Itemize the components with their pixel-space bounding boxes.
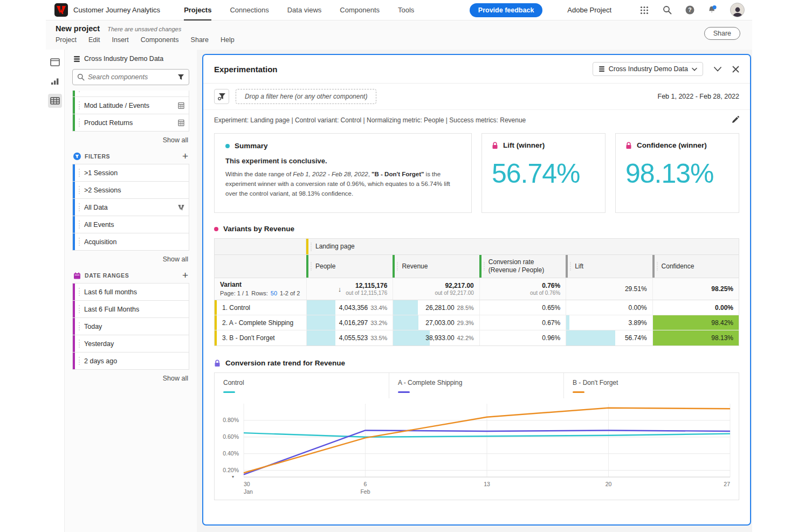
project-menu-item[interactable]: Project bbox=[56, 36, 77, 44]
drag-handle[interactable] bbox=[79, 119, 80, 127]
table-row[interactable]: 2. A - Complete Shipping 4,016,29733.2% … bbox=[215, 315, 739, 330]
dimension-header-row: Landing page bbox=[215, 239, 739, 255]
panel-dataset-selector[interactable]: Cross Industry Demo Data bbox=[593, 62, 703, 76]
column-color-bar bbox=[479, 255, 481, 278]
visualizations-rail-icon[interactable] bbox=[48, 74, 62, 88]
table-row[interactable]: 3. B - Don't Forget 4,055,52333.5% 38,93… bbox=[215, 330, 739, 346]
legend-item[interactable]: A - Complete Shipping bbox=[389, 373, 564, 398]
drag-handle[interactable] bbox=[79, 288, 80, 296]
lift-value: 56.74% bbox=[492, 158, 595, 189]
dataset-header[interactable]: Cross Industry Demo Data bbox=[72, 55, 189, 63]
top-nav-item[interactable]: Projects bbox=[184, 0, 211, 20]
top-nav-item[interactable]: Tools bbox=[398, 0, 414, 20]
drag-handle[interactable] bbox=[79, 186, 80, 194]
filter-funnel-icon[interactable] bbox=[177, 74, 184, 80]
drag-handle[interactable] bbox=[79, 322, 80, 330]
daterange-item[interactable]: 2 days ago bbox=[72, 352, 189, 370]
column-header-cell[interactable]: Lift bbox=[566, 255, 652, 278]
filter-item[interactable]: >2 Sessions bbox=[72, 181, 189, 199]
confidence-value: 98.13% bbox=[625, 158, 729, 189]
panel-date-range[interactable]: Feb 1, 2022 - Feb 28, 2022 bbox=[658, 93, 740, 100]
people-cell: 4,043,35633.4% bbox=[306, 300, 393, 315]
lift-cell: 56.74% bbox=[566, 330, 652, 346]
drag-handle[interactable] bbox=[79, 169, 80, 177]
daterange-item[interactable]: Yesterday bbox=[72, 335, 189, 353]
filter-color-bar bbox=[73, 233, 75, 250]
components-rail-icon[interactable] bbox=[48, 94, 62, 108]
edit-pencil-icon[interactable] bbox=[731, 116, 739, 124]
rows-per-page-link[interactable]: 50 bbox=[271, 290, 277, 296]
search-icon[interactable] bbox=[662, 5, 672, 15]
column-header-cell[interactable]: Conversion rate (Revenue / People) bbox=[479, 255, 566, 278]
project-menu-item[interactable]: Insert bbox=[112, 36, 128, 44]
components-show-all-link[interactable]: Show all bbox=[72, 132, 189, 145]
legend-swatch bbox=[573, 391, 584, 393]
column-header-cell[interactable]: Revenue bbox=[393, 255, 479, 278]
table-row[interactable]: 1. Control 4,043,35633.4% 26,281.0028.5% bbox=[215, 300, 739, 315]
filter-drop-zone[interactable]: Drop a filter here (or any other compone… bbox=[236, 89, 376, 104]
filters-show-all-link[interactable]: Show all bbox=[72, 251, 189, 264]
project-menu-item[interactable]: Help bbox=[221, 36, 235, 44]
daterange-item[interactable]: Today bbox=[72, 317, 189, 335]
drag-handle[interactable] bbox=[79, 305, 80, 313]
drag-handle[interactable] bbox=[79, 203, 80, 211]
filter-item[interactable]: Acquisition bbox=[72, 233, 189, 251]
help-icon[interactable]: ? bbox=[685, 5, 694, 15]
drag-handle[interactable] bbox=[79, 357, 80, 365]
search-components-input[interactable] bbox=[88, 73, 174, 81]
drag-handle[interactable] bbox=[79, 101, 80, 109]
metric-color-bar bbox=[73, 97, 75, 114]
daterange-item[interactable]: Last 6 Full Months bbox=[72, 300, 189, 318]
chevron-down-icon bbox=[692, 67, 697, 71]
drag-handle[interactable] bbox=[79, 220, 80, 229]
close-panel-icon[interactable] bbox=[732, 66, 739, 73]
dimension-color-bar bbox=[306, 239, 308, 254]
component-item[interactable]: Mod Latitude / Events bbox=[72, 96, 189, 114]
drag-handle[interactable] bbox=[79, 91, 80, 92]
svg-text:▾: ▾ bbox=[232, 474, 234, 479]
top-nav-item[interactable]: Connections bbox=[230, 0, 269, 20]
column-header-cell[interactable]: People bbox=[306, 255, 393, 278]
experiment-meta-text: Experiment: Landing page | Control varia… bbox=[214, 116, 526, 124]
filters-list: >1 Session >2 Sessions All Data bbox=[72, 164, 189, 251]
sort-descending-icon[interactable]: ↓ bbox=[338, 285, 342, 293]
share-button[interactable]: Share bbox=[704, 27, 740, 40]
provide-feedback-button[interactable]: Provide feedback bbox=[470, 3, 543, 17]
legend-item[interactable]: B - Don't Forget bbox=[564, 373, 739, 398]
filter-item[interactable]: All Events bbox=[72, 216, 189, 233]
revenue-total-cell: 92,217.00out of 92,217.00 bbox=[393, 278, 479, 300]
daterange-item[interactable]: Last 6 full months bbox=[72, 283, 189, 301]
drag-handle[interactable] bbox=[79, 238, 80, 246]
filter-item[interactable]: >1 Session bbox=[72, 164, 189, 182]
notifications-bell-icon[interactable] bbox=[707, 5, 717, 15]
add-daterange-button[interactable]: + bbox=[182, 272, 188, 279]
dateranges-section-header: DATE RANGES + bbox=[72, 272, 189, 284]
top-nav-items: Projects Connections Data views Componen… bbox=[184, 0, 414, 20]
user-avatar[interactable] bbox=[730, 3, 745, 17]
add-filter-button[interactable]: + bbox=[182, 153, 188, 160]
top-nav-item[interactable]: Data views bbox=[287, 0, 322, 20]
column-header-cell[interactable]: Confidence bbox=[652, 255, 739, 278]
collapse-panel-icon[interactable] bbox=[714, 67, 721, 72]
conversion-cell: 0.67% bbox=[479, 315, 566, 330]
people-cell: 4,016,29733.2% bbox=[306, 315, 393, 330]
org-project-selector[interactable]: Adobe Project bbox=[567, 6, 611, 14]
project-menu-item[interactable]: Share bbox=[191, 36, 209, 44]
filter-item[interactable]: All Data bbox=[72, 198, 189, 216]
segment-filter-button[interactable] bbox=[214, 89, 229, 104]
dateranges-show-all-link[interactable]: Show all bbox=[72, 370, 189, 383]
component-item[interactable]: Product Returns bbox=[72, 114, 189, 132]
dimension-header-cell[interactable]: Landing page bbox=[306, 239, 739, 254]
top-nav-item[interactable]: Components bbox=[340, 0, 380, 20]
workspace-canvas: Experimentation Cross Industry Demo Data bbox=[197, 50, 752, 532]
project-menu-item[interactable]: Edit bbox=[88, 36, 100, 44]
project-menu-item[interactable]: Components bbox=[141, 36, 179, 44]
adobe-logo-icon[interactable] bbox=[54, 3, 68, 17]
panels-rail-icon[interactable] bbox=[48, 55, 62, 69]
apps-grid-icon[interactable] bbox=[639, 5, 649, 15]
revenue-cell: 27,003.0029.3% bbox=[393, 315, 479, 330]
dataset-icon bbox=[73, 56, 80, 63]
drag-handle[interactable] bbox=[79, 340, 80, 348]
column-color-bar bbox=[566, 255, 568, 278]
legend-item[interactable]: Control bbox=[215, 373, 389, 398]
